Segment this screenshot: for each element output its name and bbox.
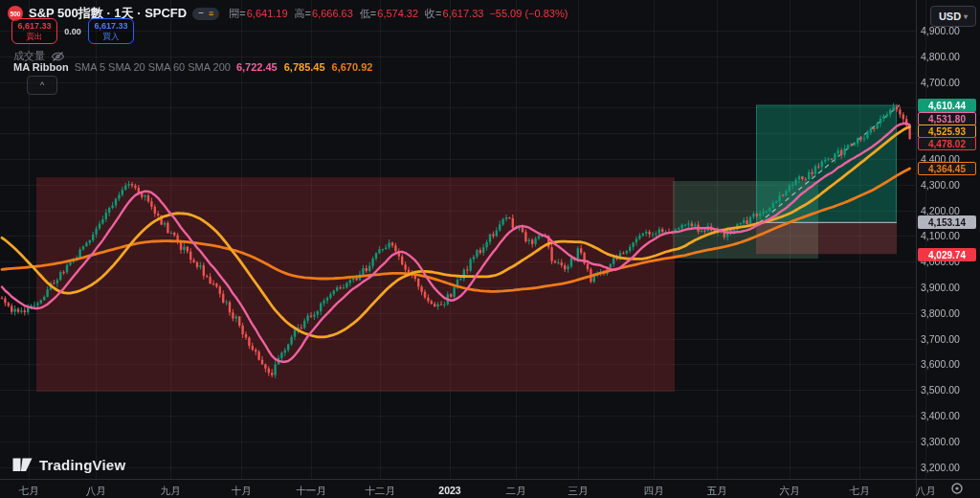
buy-button[interactable]: 6,617.33 買入 (88, 18, 134, 44)
collapse-panel-button[interactable]: ^ (27, 76, 57, 95)
price-tick-label: 3,300.00 (921, 436, 976, 447)
tradingview-logo-text: TradingView (39, 457, 125, 473)
ohlc-item: 收=6,617.33 (425, 7, 483, 21)
time-axis-label: 八月 (904, 485, 947, 498)
price-tick-label: 3,900.00 (921, 282, 976, 293)
stop-price-tag: 4,029.74 (918, 248, 976, 261)
price-chart-canvas[interactable] (0, 0, 980, 498)
tradingview-chart-window: 500 S&P 500指數 · 1天 · SPCFD − ≡ 開=6,641.1… (0, 0, 980, 498)
ohlc-values: 開=6,641.19高=6,666.63低=6,574.32收=6,617.33 (229, 7, 483, 21)
sell-price: 6,617.33 (17, 21, 51, 31)
list-icon[interactable]: ≡ (209, 10, 213, 18)
currency-label: USD (939, 11, 961, 22)
quick-toolbar[interactable]: − ≡ (192, 8, 219, 20)
price-tick-label: 4,700.00 (921, 77, 976, 88)
price-tick-label: 3,800.00 (921, 307, 976, 319)
sma5-price-tag: 4,531.80 (918, 112, 976, 125)
time-axis-label: 十一月 (290, 485, 332, 498)
buy-price: 6,617.33 (94, 21, 127, 31)
ma-ribbon-values: 6,722.456,785.456,670.92 (236, 61, 372, 73)
price-tick-label: 4,200.00 (921, 205, 976, 216)
price-tick-label: 3,200.00 (921, 462, 976, 473)
spread-value: 0.00 (57, 27, 88, 36)
time-axis-label: 八月 (75, 485, 117, 498)
ma-value: 6,785.45 (284, 61, 325, 73)
minus-icon[interactable]: − (198, 9, 204, 18)
chevron-down-icon: ▾ (964, 12, 968, 21)
eye-off-icon[interactable] (51, 51, 65, 62)
time-axis-label: 九月 (149, 485, 191, 498)
sell-button[interactable]: 6,617.33 賣出 (11, 18, 57, 44)
axis-settings-gear-icon[interactable] (949, 481, 965, 496)
price-tick-label: 4,800.00 (921, 51, 976, 62)
change-value: −55.09 (−0.83%) (489, 8, 568, 19)
last-price-tag: 4,478.02 (918, 137, 976, 150)
price-tick-label: 4,100.00 (921, 230, 976, 241)
time-axis-label: 七月 (838, 485, 880, 498)
price-tick-label: 3,700.00 (921, 333, 976, 345)
sell-label: 賣出 (27, 32, 43, 41)
price-tick-label: 3,600.00 (921, 358, 976, 370)
price-tick-label: 3,500.00 (921, 384, 976, 396)
price-tick-label: 3,400.00 (921, 410, 976, 421)
time-axis-label: 十二月 (359, 485, 401, 498)
ohlc-item: 開=6,641.19 (229, 7, 287, 21)
tradingview-logo[interactable]: TradingView (12, 457, 125, 473)
ma-ribbon-title: MA Ribbon (13, 61, 69, 73)
ma-value: 6,722.45 (236, 61, 278, 73)
ma-ribbon-params: SMA 5 SMA 20 SMA 60 SMA 200 (75, 61, 231, 73)
time-axis-label: 四月 (633, 485, 675, 498)
trade-buttons: 6,617.33 賣出 0.00 6,617.33 買入 (11, 18, 134, 44)
price-tick-label: 4,300.00 (921, 179, 976, 191)
currency-selector[interactable]: USD ▾ (930, 6, 976, 27)
entry-price-tag: 4,153.14 (918, 215, 976, 229)
ma-ribbon-row: MA Ribbon SMA 5 SMA 20 SMA 60 SMA 200 6,… (13, 61, 372, 73)
ohlc-item: 高=6,666.63 (295, 7, 353, 21)
sma20-price-tag: 4,525.93 (918, 124, 976, 138)
time-axis-label: 五月 (696, 485, 738, 498)
tradingview-mark-icon (12, 458, 33, 472)
time-axis-label: 十月 (220, 485, 262, 498)
target-price-tag: 4,610.44 (918, 99, 976, 112)
time-axis-label: 六月 (768, 485, 811, 498)
time-axis-label: 七月 (8, 485, 50, 498)
buy-label: 買入 (103, 32, 120, 41)
sma200-price-tag: 4,364.45 (918, 162, 976, 175)
time-axis-label: 2023 (429, 485, 471, 496)
time-axis-label: 三月 (557, 485, 599, 498)
ohlc-item: 低=6,574.32 (360, 7, 418, 21)
time-axis-label: 二月 (495, 485, 537, 498)
ma-value: 6,670.92 (332, 61, 373, 73)
